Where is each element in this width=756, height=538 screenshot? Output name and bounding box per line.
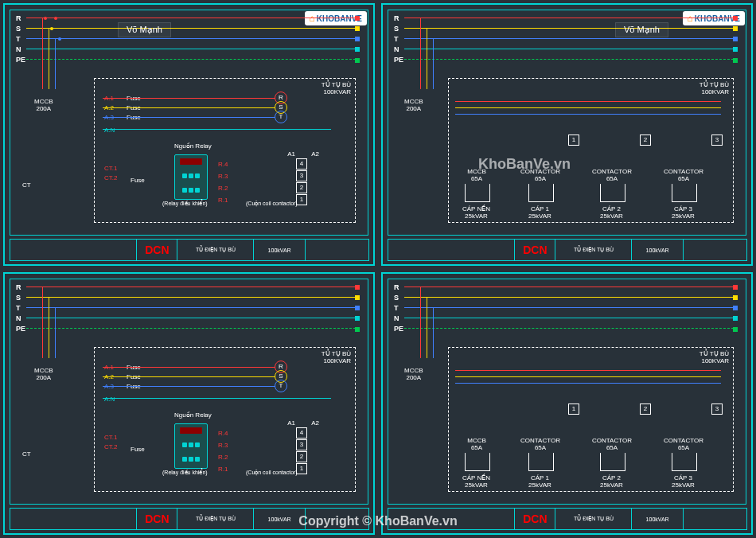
drawing-panel-3: R S T N PE MCCB200A CT TỦ TỤ BÙ100KVAR F… bbox=[3, 272, 375, 535]
contactor-1: CONTACTOR65A bbox=[520, 168, 560, 182]
cabinet-box: TỦ TỤ BÙ100KVAR MCCB65A CONTACTOR65A CON… bbox=[448, 78, 734, 223]
step-4: 4 bbox=[296, 158, 307, 170]
cap-label-2: CÁP 225kVAR bbox=[594, 205, 629, 220]
cap-0 bbox=[465, 184, 490, 202]
phase-t: T bbox=[275, 111, 287, 123]
company-logo: DCN bbox=[136, 239, 177, 261]
step-3: 3 bbox=[296, 170, 307, 181]
mccb-main: MCCB200A bbox=[34, 98, 53, 112]
cap-2 bbox=[600, 184, 625, 202]
drawing-inner: R S T N PE Võ Mạnh MCCB200A CT TỦ TỤ BÙ1… bbox=[10, 10, 368, 236]
drawing-inner: R S T N PE MCCB200A CT TỦ TỤ BÙ100KVAR F… bbox=[10, 279, 368, 505]
step-box-3: 3 bbox=[711, 134, 723, 146]
bus-label-pe: PE bbox=[16, 56, 25, 64]
cabinet-label: TỦ TỤ BÙ100KVAR bbox=[321, 81, 351, 96]
author-stamp: Võ Mạnh bbox=[615, 22, 668, 37]
fuse-label-4: Fuse bbox=[131, 177, 145, 184]
cap-label-0: CÁP NỀN25kVAR bbox=[458, 205, 494, 220]
r2: R.2 bbox=[218, 185, 228, 192]
mccb-branch: MCCB65A bbox=[461, 168, 493, 182]
bus-pe bbox=[26, 59, 360, 60]
bus-label-r: R bbox=[16, 14, 21, 22]
bus-area: R S T N PE Võ Mạnh bbox=[14, 14, 364, 70]
coil-caption: (Cuộn coil contactor) bbox=[246, 201, 298, 207]
relay-source: Nguồn Relay bbox=[174, 142, 212, 150]
bus-label-t: T bbox=[16, 35, 21, 43]
relay-caption: (Relay điều khiển) bbox=[162, 201, 208, 207]
step-box-2: 2 bbox=[640, 134, 651, 146]
bus-s bbox=[26, 28, 360, 29]
ct-tag-2: CT.2 bbox=[104, 174, 117, 181]
title-block: DCN TỦ ĐIỆN TỤ BÙ 100kVAR bbox=[388, 239, 746, 261]
r3: R.3 bbox=[218, 173, 228, 180]
r4: R.4 bbox=[218, 161, 228, 168]
step-box-1: 1 bbox=[568, 134, 579, 146]
drawing-panel-2: ⌂KHOBANVE R S T N PE Võ Mạnh MCCB200A TỦ… bbox=[381, 3, 753, 266]
contactor-2: CONTACTOR65A bbox=[592, 168, 632, 182]
ct-tag-1: CT.1 bbox=[104, 165, 117, 172]
bus-label-n: N bbox=[16, 45, 21, 53]
cap-1 bbox=[528, 184, 554, 202]
contactor-3: CONTACTOR65A bbox=[664, 168, 703, 182]
mccb-main: MCCB200A bbox=[404, 98, 423, 112]
cap-3 bbox=[672, 184, 697, 202]
step-1: 1 bbox=[296, 194, 307, 205]
tag-an: A.N bbox=[104, 127, 115, 134]
a1-label: A1 bbox=[287, 150, 295, 158]
cap-label-3: CÁP 325kVAR bbox=[665, 205, 701, 220]
ct-label: CT bbox=[22, 181, 31, 189]
a2-label: A2 bbox=[311, 150, 319, 158]
title-block: DCN TỦ ĐIỆN TỤ BÙ 100kVAR bbox=[10, 239, 368, 261]
bus-n bbox=[26, 49, 360, 49]
bus-label-s: S bbox=[16, 25, 21, 33]
copyright: Copyright © KhoBanVe.vn bbox=[298, 514, 457, 528]
bus-t bbox=[26, 38, 360, 39]
drawing-panel-4: R S T N PE MCCB200A TỦ TỤ BÙ100KVAR MCC bbox=[381, 272, 753, 535]
drawing-panel-1: ⌂KHOBANVE R S T N PE Võ Mạnh MCCB200A CT bbox=[3, 3, 375, 266]
r1: R.1 bbox=[218, 197, 228, 204]
step-2: 2 bbox=[296, 182, 307, 193]
bus-r bbox=[26, 18, 360, 18]
cap-label-1: CÁP 125kVAR bbox=[522, 205, 558, 220]
drawing-inner: R S T N PE Võ Mạnh MCCB200A TỦ TỤ BÙ100K… bbox=[388, 10, 746, 236]
author-stamp: Võ Mạnh bbox=[118, 22, 171, 37]
bus-area: R S T N PE Võ Mạnh bbox=[392, 14, 742, 70]
cabinet-box: TỦ TỤ BÙ100KVAR Fuse Fuse Fuse A.1 A.2 A… bbox=[94, 78, 356, 223]
relay-controller bbox=[174, 154, 208, 200]
